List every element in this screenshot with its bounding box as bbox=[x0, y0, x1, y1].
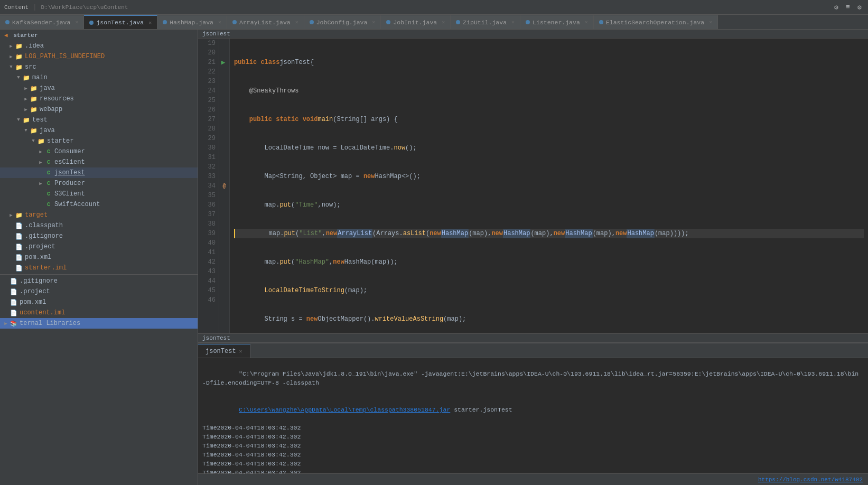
tab-dot-kafkasender bbox=[5, 20, 10, 24]
sidebar-item-consumer[interactable]: ▶ C Consumer bbox=[0, 146, 198, 157]
console-output-5: Time2020-04-04T18:03:42.302 bbox=[202, 459, 864, 468]
file-icon-pomxml: 📄 bbox=[15, 253, 23, 262]
tab-close-arraylist[interactable]: ✕ bbox=[295, 19, 298, 25]
tab-hashmap[interactable]: HashMap.java ✕ bbox=[157, 15, 227, 29]
folder-icon-idea: 📁 bbox=[15, 42, 23, 50]
editor[interactable]: jsonTest 19 20 21 22 23 24 25 26 27 28 2… bbox=[198, 30, 868, 342]
tab-close-hashmap[interactable]: ✕ bbox=[218, 19, 221, 25]
tab-listener[interactable]: Listener.java ✕ bbox=[520, 15, 594, 29]
sidebar-item-java-test[interactable]: ▼ 📁 java bbox=[0, 125, 198, 136]
run-button-line20[interactable]: ▶ bbox=[221, 58, 226, 67]
sidebar-item-pomxml-root[interactable]: 📄 pom.xml bbox=[0, 297, 198, 307]
tab-close-ziputil[interactable]: ✕ bbox=[511, 19, 515, 25]
code-line-26: map.put("HashMap",new HashMap(map)); bbox=[234, 257, 864, 267]
toolbar-settings-icon[interactable]: ⚙ bbox=[832, 3, 841, 12]
tab-label-kafkasender: KafkaSender.java bbox=[12, 19, 70, 26]
folder-icon-src: 📁 bbox=[15, 63, 23, 71]
tab-dot-listener bbox=[526, 20, 530, 24]
folder-icon-java-main: 📁 bbox=[30, 84, 38, 92]
sidebar-item-starteriml[interactable]: 📄 starter.iml bbox=[0, 263, 198, 273]
tree-arrow-target: ▶ bbox=[7, 211, 15, 219]
tree-label-test: test bbox=[32, 116, 48, 124]
tab-close-listener[interactable]: ✕ bbox=[585, 19, 588, 25]
folder-icon-test: 📁 bbox=[22, 116, 31, 124]
tree-label-gitignore-root: .gitignore bbox=[20, 277, 58, 285]
tab-close-kafkasender[interactable]: ✕ bbox=[75, 19, 78, 25]
sidebar-item-log-path[interactable]: ▶ 📁 LOG_PATH_IS_UNDEFINED bbox=[0, 51, 198, 62]
tab-label-jobinit: JobInit.java bbox=[393, 19, 437, 26]
tree-label-pomxml: pom.xml bbox=[25, 254, 51, 261]
tab-close-jsontest[interactable]: ✕ bbox=[148, 20, 152, 26]
sidebar-item-s3client[interactable]: C S3Client bbox=[0, 189, 198, 199]
tab-ziputil[interactable]: ZipUtil.java ✕ bbox=[451, 15, 520, 29]
tab-jobconfig[interactable]: JobConfig.java ✕ bbox=[304, 15, 381, 29]
sidebar-item-idea[interactable]: ▶ 📁 .idea bbox=[0, 41, 198, 51]
console-main-class: starter.jsonTest bbox=[450, 406, 512, 413]
tree-arrow-ucontentiml bbox=[2, 309, 10, 316]
tab-close-jobinit[interactable]: ✕ bbox=[442, 19, 445, 25]
sidebar-item-libraries[interactable]: ▶ 📚 ternal Libraries bbox=[0, 318, 198, 329]
sidebar-item-main[interactable]: ▼ 📁 main bbox=[0, 72, 198, 83]
tree-label-ucontentiml: ucontent.iml bbox=[20, 309, 65, 316]
tree-arrow-starteriml bbox=[7, 264, 15, 272]
folder-icon-java-test: 📁 bbox=[30, 126, 38, 135]
console-output-6: Time2020-04-04T18:03:42.302 bbox=[202, 468, 864, 473]
tree-label-classpath: .classpath bbox=[25, 222, 63, 229]
file-icon-starteriml: 📄 bbox=[15, 264, 23, 272]
tab-label-listener: Listener.java bbox=[533, 19, 580, 26]
tab-jobinit[interactable]: JobInit.java ✕ bbox=[381, 15, 451, 29]
code-line-19: public class jsonTest { bbox=[234, 58, 864, 67]
tree-arrow-log: ▶ bbox=[7, 53, 15, 60]
sidebar-item-swiftaccount[interactable]: C SwiftAccount bbox=[0, 199, 198, 210]
tree-arrow-esclient: ▶ bbox=[37, 158, 44, 166]
folder-icon-webapp: 📁 bbox=[30, 105, 38, 114]
bottom-tab-jsontest[interactable]: jsonTest ✕ bbox=[198, 344, 250, 358]
sidebar-item-gitignore[interactable]: 📄 .gitignore bbox=[0, 231, 198, 241]
sidebar-item-gitignore-root[interactable]: 📄 .gitignore bbox=[0, 276, 198, 286]
bottom-tab-bar: jsonTest ✕ bbox=[198, 343, 868, 358]
sidebar-item-webapp[interactable]: ▶ 📁 webapp bbox=[0, 104, 198, 115]
tree-arrow-src: ▼ bbox=[7, 63, 15, 71]
toolbar-config-icon[interactable]: ⚙ bbox=[855, 3, 864, 12]
folder-icon-target: 📁 bbox=[15, 211, 23, 219]
code-line-28: String s = new ObjectMapper().writeValue… bbox=[234, 314, 864, 324]
sidebar-item-producer[interactable]: ▶ C Producer bbox=[0, 178, 198, 189]
sidebar-item-project[interactable]: 📄 .project bbox=[0, 241, 198, 252]
console-classpath-link[interactable]: C:\Users\wangzhe\AppData\Local\Temp\clas… bbox=[239, 406, 450, 413]
toolbar-menu-icon[interactable]: ≡ bbox=[844, 3, 852, 12]
sidebar-item-ucontentiml[interactable]: 📄 ucontent.iml bbox=[0, 307, 198, 318]
code-content[interactable]: public class jsonTest { @SneakyThrows pu… bbox=[230, 39, 868, 333]
tree-arrow-pomxml bbox=[7, 254, 15, 261]
line-numbers: 19 20 21 22 23 24 25 26 27 28 29 30 31 3… bbox=[198, 39, 219, 333]
tab-jsontest[interactable]: jsonTest.java ✕ bbox=[84, 15, 157, 29]
code-area[interactable]: 19 20 21 22 23 24 25 26 27 28 29 30 31 3… bbox=[198, 39, 868, 333]
tab-close-jobconfig[interactable]: ✕ bbox=[372, 19, 375, 25]
sidebar-item-target[interactable]: ▶ 📁 target bbox=[0, 210, 198, 220]
sidebar-item-resources[interactable]: ▶ 📁 resources bbox=[0, 94, 198, 104]
tree-arrow-project-root bbox=[2, 288, 10, 295]
file-icon-classpath: 📄 bbox=[15, 221, 23, 230]
console-output-3: Time2020-04-04T18:03:42.302 bbox=[202, 441, 864, 450]
sidebar-item-src[interactable]: ▼ 📁 src bbox=[0, 62, 198, 72]
bottom-tab-close-jsontest[interactable]: ✕ bbox=[239, 348, 242, 355]
tab-close-elasticsearch[interactable]: ✕ bbox=[709, 19, 712, 25]
sidebar-item-java-main[interactable]: ▶ 📁 java bbox=[0, 83, 198, 94]
class-icon-esclient: C bbox=[44, 158, 53, 166]
sidebar-item-pomxml[interactable]: 📄 pom.xml bbox=[0, 252, 198, 263]
sidebar-item-starter-pkg[interactable]: ▼ 📁 starter bbox=[0, 136, 198, 146]
tree-arrow-libraries: ▶ bbox=[2, 320, 10, 327]
code-line-27: LocalDateTimeToString(map); bbox=[234, 286, 864, 295]
folder-icon-main: 📁 bbox=[22, 73, 31, 82]
sidebar-item-esclient[interactable]: ▶ C esClient bbox=[0, 157, 198, 167]
console-output[interactable]: "C:\Program Files\Java\jdk1.8.0_191\bin\… bbox=[198, 358, 868, 473]
sidebar-item-classpath[interactable]: 📄 .classpath bbox=[0, 220, 198, 231]
tab-elasticsearch[interactable]: ElasticSearchOperation.java ✕ bbox=[594, 15, 718, 29]
sidebar-item-project-root[interactable]: 📄 .project bbox=[0, 286, 198, 297]
csdn-link[interactable]: https://blog.csdn.net/w4187402 bbox=[758, 477, 863, 483]
tree-arrow-gitignore bbox=[7, 232, 15, 240]
tab-arraylist[interactable]: ArrayList.java ✕ bbox=[227, 15, 304, 29]
tab-kafkasender[interactable]: KafkaSender.java ✕ bbox=[0, 15, 84, 29]
sidebar-item-jsontest[interactable]: C jsonTest bbox=[0, 167, 198, 178]
tree-arrow-java-test: ▼ bbox=[22, 127, 30, 134]
sidebar-item-test[interactable]: ▼ 📁 test bbox=[0, 115, 198, 125]
